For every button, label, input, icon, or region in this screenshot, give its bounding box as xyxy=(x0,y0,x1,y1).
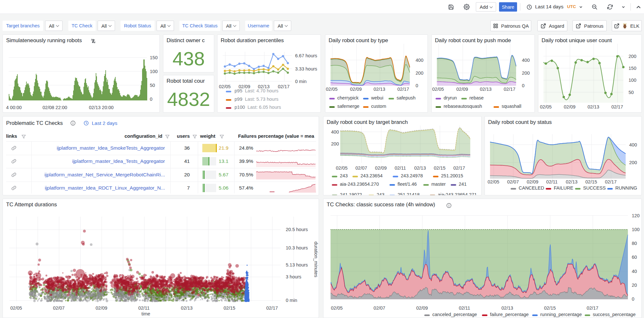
svg-text:02/15: 02/15 xyxy=(224,305,235,311)
svg-text:200: 200 xyxy=(629,160,637,165)
svg-text:20: 20 xyxy=(632,283,637,288)
svg-text:02/05: 02/05 xyxy=(10,305,22,311)
svg-text:02/05: 02/05 xyxy=(331,305,342,311)
svg-text:02/13: 02/13 xyxy=(414,165,426,171)
svg-text:40: 40 xyxy=(632,269,637,274)
svg-text:5.13 hours: 5.13 hours xyxy=(286,262,308,267)
svg-text:200: 200 xyxy=(416,70,423,76)
svg-text:02/09: 02/09 xyxy=(96,305,107,311)
svg-text:6.67 hours: 6.67 hours xyxy=(295,53,317,58)
svg-text:02/17: 02/17 xyxy=(453,165,465,171)
svg-text:0 min: 0 min xyxy=(295,79,306,84)
svg-text:02/11: 02/11 xyxy=(395,165,406,171)
svg-text:02/13: 02/13 xyxy=(181,305,193,311)
svg-text:time: time xyxy=(141,311,150,316)
svg-text:02/15: 02/15 xyxy=(434,165,446,171)
svg-text:100: 100 xyxy=(632,227,639,232)
svg-text:0 min: 0 min xyxy=(286,298,297,303)
svg-text:4 00:00: 4 00:00 xyxy=(6,105,22,110)
svg-text:3 hours: 3 hours xyxy=(286,274,301,279)
svg-text:02/09: 02/09 xyxy=(457,87,468,92)
svg-text:02/08 22:00: 02/08 22:00 xyxy=(43,105,67,110)
svg-text:0: 0 xyxy=(632,296,634,302)
svg-text:400: 400 xyxy=(629,142,637,147)
svg-text:60: 60 xyxy=(632,255,637,260)
svg-text:duration_minutes: duration_minutes xyxy=(313,241,319,277)
svg-text:02/05: 02/05 xyxy=(432,87,444,92)
svg-text:02/07: 02/07 xyxy=(507,179,519,184)
svg-text:50: 50 xyxy=(629,90,634,95)
svg-text:02/05: 02/05 xyxy=(540,104,552,109)
svg-text:02/05: 02/05 xyxy=(326,87,338,92)
svg-text:120: 120 xyxy=(632,213,639,218)
svg-text:200: 200 xyxy=(629,54,636,59)
svg-text:50: 50 xyxy=(150,83,155,88)
svg-text:150: 150 xyxy=(150,55,158,60)
svg-text:02/05: 02/05 xyxy=(488,179,499,184)
svg-text:400: 400 xyxy=(416,58,423,63)
svg-text:200: 200 xyxy=(522,70,530,76)
svg-text:0: 0 xyxy=(416,83,418,88)
svg-text:100: 100 xyxy=(629,78,636,83)
svg-text:20.5 hours: 20.5 hours xyxy=(286,227,308,232)
svg-text:02/09: 02/09 xyxy=(350,87,362,92)
svg-text:02/09: 02/09 xyxy=(564,104,575,109)
svg-text:02/11: 02/11 xyxy=(138,305,149,311)
svg-text:400: 400 xyxy=(522,58,530,63)
svg-text:02/13: 02/13 xyxy=(374,87,385,92)
svg-text:02/09: 02/09 xyxy=(416,305,428,311)
svg-text:02/17: 02/17 xyxy=(278,84,290,89)
svg-text:02/15: 02/15 xyxy=(585,179,597,184)
svg-text:02/17: 02/17 xyxy=(587,305,598,311)
svg-text:10.3 hours: 10.3 hours xyxy=(286,245,308,250)
svg-text:100: 100 xyxy=(150,69,158,74)
svg-text:200: 200 xyxy=(331,141,339,146)
svg-text:02/17: 02/17 xyxy=(266,305,278,311)
svg-text:02/09: 02/09 xyxy=(375,165,387,171)
svg-text:02/11: 02/11 xyxy=(459,305,470,311)
svg-text:80: 80 xyxy=(632,241,637,246)
svg-text:02/05: 02/05 xyxy=(219,84,231,89)
svg-text:02/05: 02/05 xyxy=(336,165,348,171)
svg-text:02/17: 02/17 xyxy=(605,179,617,184)
svg-text:0: 0 xyxy=(150,97,152,102)
svg-text:02/13 20:00: 02/13 20:00 xyxy=(89,105,114,110)
svg-text:02/17: 02/17 xyxy=(398,87,409,92)
svg-text:150: 150 xyxy=(629,66,636,71)
svg-text:02/07: 02/07 xyxy=(355,165,367,171)
svg-text:02/07: 02/07 xyxy=(53,305,64,311)
svg-text:3.33 hours: 3.33 hours xyxy=(295,66,317,71)
svg-text:400: 400 xyxy=(331,129,339,135)
svg-text:02/13: 02/13 xyxy=(502,305,513,311)
svg-text:02/13: 02/13 xyxy=(566,179,577,184)
svg-text:02/11: 02/11 xyxy=(546,179,558,184)
svg-text:02/07: 02/07 xyxy=(374,305,385,311)
svg-text:02/17: 02/17 xyxy=(504,87,515,92)
svg-text:02/09: 02/09 xyxy=(527,179,538,184)
svg-text:02/13: 02/13 xyxy=(480,87,492,92)
svg-text:0: 0 xyxy=(522,83,524,88)
svg-text:02/15: 02/15 xyxy=(544,305,556,311)
svg-text:02/13: 02/13 xyxy=(588,104,599,109)
svg-text:02/17: 02/17 xyxy=(611,104,623,109)
